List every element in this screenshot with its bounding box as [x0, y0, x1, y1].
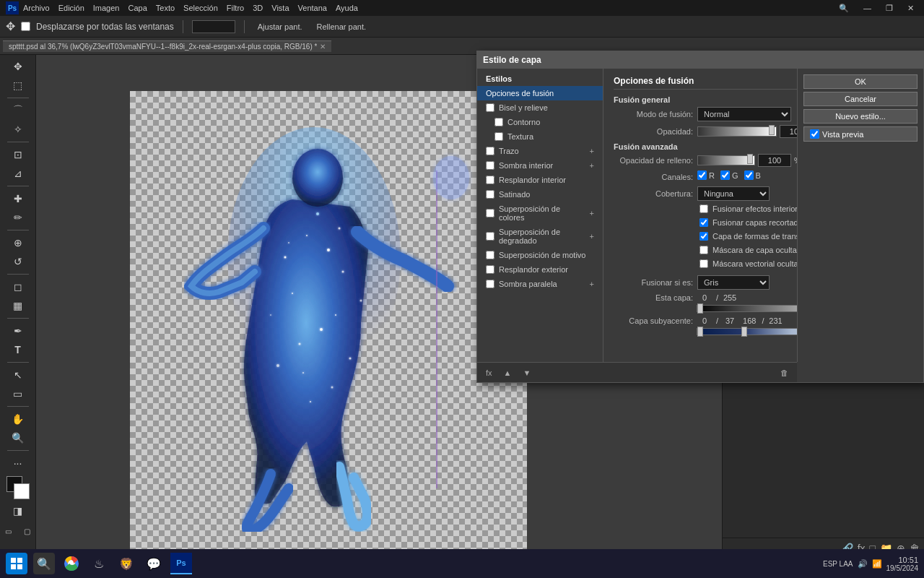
dialog-item-sombra-paralela[interactable]: Sombra paralela +	[477, 277, 603, 291]
dialog-item-textura[interactable]: Textura	[477, 129, 603, 144]
gradient-tool[interactable]: ▦	[9, 297, 27, 314]
pen-tool[interactable]: ✒	[9, 322, 27, 340]
menu-edicion[interactable]: Edición	[58, 4, 84, 12]
hand-tool[interactable]: ✋	[9, 410, 27, 428]
fill-slider-handle[interactable]	[747, 154, 753, 164]
blend-mode-select-dialog[interactable]: Normal	[697, 107, 791, 121]
dialog-item-estilos[interactable]: Estilos	[477, 72, 603, 86]
move-tool[interactable]: ✥	[9, 58, 27, 75]
menu-capa[interactable]: Capa	[128, 4, 147, 12]
search-taskbar-icon[interactable]: 🔍	[33, 553, 55, 574]
stamp-tool[interactable]: ⊕	[9, 234, 27, 251]
channel-g-checkbox[interactable]	[720, 171, 730, 180]
background-color[interactable]	[14, 483, 30, 499]
cb2-checkbox[interactable]	[699, 218, 708, 227]
dialog-item-contorno[interactable]: Contorno	[477, 115, 603, 129]
history-tool[interactable]: ↺	[9, 253, 27, 270]
discord-icon[interactable]: 💬	[143, 553, 165, 574]
volume-icon[interactable]: 🔊	[858, 559, 868, 569]
chrome-icon[interactable]	[61, 553, 82, 574]
close-button[interactable]: ✕	[903, 4, 918, 13]
file-tab[interactable]: sptttt.psd al 36,7% (lwQ6yZ3evlT03vmaNFY…	[3, 40, 331, 52]
fx-button[interactable]: fx	[483, 367, 495, 379]
super-colores-add-icon[interactable]: +	[590, 209, 594, 217]
sub-layer-handle-left[interactable]	[697, 327, 703, 337]
cb1-checkbox[interactable]	[699, 204, 708, 213]
menu-seleccion[interactable]: Selección	[183, 4, 218, 12]
new-style-button[interactable]: Nuevo estilo...	[803, 109, 918, 124]
cobertura-select[interactable]: Ninguna	[697, 186, 770, 201]
zoom-input[interactable]: 100%	[192, 20, 235, 33]
network-icon[interactable]: 📶	[872, 559, 882, 569]
cb3-checkbox[interactable]	[699, 232, 708, 241]
menu-texto[interactable]: Texto	[156, 4, 175, 12]
menu-vista[interactable]: Vista	[271, 4, 289, 12]
menu-filtro[interactable]: Filtro	[227, 4, 244, 12]
selection-tool[interactable]: ⬚	[9, 77, 27, 94]
dialog-item-satinado[interactable]: Satinado	[477, 187, 603, 202]
minimize-button[interactable]: —	[859, 4, 876, 13]
shape-tool[interactable]: ▭	[9, 385, 27, 402]
channel-b-checkbox[interactable]	[744, 171, 754, 180]
cb5-checkbox[interactable]	[699, 259, 708, 268]
scroll-all-checkbox[interactable]	[21, 22, 30, 31]
fx-up-button[interactable]: ▲	[501, 367, 515, 379]
contorno-checkbox[interactable]	[494, 118, 503, 126]
super-motivo-checkbox[interactable]	[486, 251, 494, 259]
quick-mask-toggle[interactable]: ◨	[9, 502, 27, 519]
menu-ventana[interactable]: Ventana	[298, 4, 327, 12]
sub-layer-handle-mid-left[interactable]	[741, 327, 747, 337]
ok-button[interactable]: OK	[803, 74, 918, 89]
brave-icon[interactable]: 🦁	[116, 553, 137, 574]
super-colores-checkbox[interactable]	[486, 209, 494, 217]
sombra-paralela-checkbox[interactable]	[486, 280, 494, 288]
menu-3d[interactable]: 3D	[253, 4, 263, 12]
eraser-tool[interactable]: ◻	[9, 278, 27, 296]
zoom-tool[interactable]: 🔍	[9, 429, 27, 447]
sombra-paralela-add-icon[interactable]: +	[590, 280, 594, 288]
trazo-add-icon[interactable]: +	[590, 147, 594, 155]
fx-down-button[interactable]: ▼	[520, 367, 533, 379]
fx-delete-button[interactable]: 🗑	[777, 367, 791, 379]
bisel-checkbox[interactable]	[486, 103, 494, 112]
sombra-interior-checkbox[interactable]	[486, 161, 494, 170]
more-tools[interactable]: ···	[9, 454, 27, 472]
menu-ayuda[interactable]: Ayuda	[336, 4, 358, 12]
sombra-interior-add-icon[interactable]: +	[590, 161, 594, 170]
dialog-item-trazo[interactable]: Trazo +	[477, 144, 603, 158]
dialog-item-superposicion-motivo[interactable]: Superposición de motivo	[477, 248, 603, 262]
photoshop-taskbar-icon[interactable]: Ps	[170, 553, 192, 574]
eyedropper-tool[interactable]: ⊿	[9, 165, 27, 182]
dialog-item-resplandor-interior[interactable]: Resplandor interior	[477, 173, 603, 187]
type-tool[interactable]: T	[9, 341, 27, 358]
fit-button[interactable]: Ajustar pant.	[253, 21, 307, 33]
dialog-item-resplandor-exterior[interactable]: Resplandor exterior	[477, 262, 603, 277]
screen-mode-full[interactable]: ▢	[19, 522, 36, 540]
blend-if-select[interactable]: Gris	[697, 275, 770, 290]
menu-archivo[interactable]: Archivo	[23, 4, 50, 12]
cb4-checkbox[interactable]	[699, 246, 708, 254]
satinado-checkbox[interactable]	[486, 190, 494, 199]
opacity-slider-handle[interactable]	[769, 125, 775, 135]
dialog-item-sombra-interior[interactable]: Sombra interior +	[477, 158, 603, 173]
trazo-checkbox[interactable]	[486, 147, 494, 155]
super-degradado-checkbox[interactable]	[486, 232, 494, 241]
fill-button[interactable]: Rellenar pant.	[313, 21, 371, 33]
dialog-item-opciones[interactable]: Opciones de fusión	[477, 86, 603, 100]
this-layer-handle-left[interactable]	[697, 303, 703, 314]
resplandor-interior-checkbox[interactable]	[486, 176, 494, 184]
preview-checkbox[interactable]	[810, 129, 819, 139]
search-icon[interactable]: 🔍	[834, 4, 853, 13]
textura-checkbox[interactable]	[494, 132, 503, 141]
file-tab-close[interactable]: ✕	[320, 43, 326, 51]
menu-imagen[interactable]: Imagen	[93, 4, 120, 12]
lasso-tool[interactable]: ⌒	[9, 102, 27, 119]
wand-tool[interactable]: ✧	[9, 121, 27, 138]
brush-tool[interactable]: ✏	[9, 209, 27, 226]
start-button[interactable]	[6, 553, 27, 574]
dialog-item-bisel[interactable]: Bisel y relieve	[477, 100, 603, 115]
crop-tool[interactable]: ⊡	[9, 146, 27, 163]
screen-mode-normal[interactable]: ▭	[0, 522, 17, 540]
dialog-item-superposicion-colores[interactable]: Superposición de colores +	[477, 202, 603, 225]
dialog-item-superposicion-degradado[interactable]: Superposición de degradado +	[477, 225, 603, 248]
